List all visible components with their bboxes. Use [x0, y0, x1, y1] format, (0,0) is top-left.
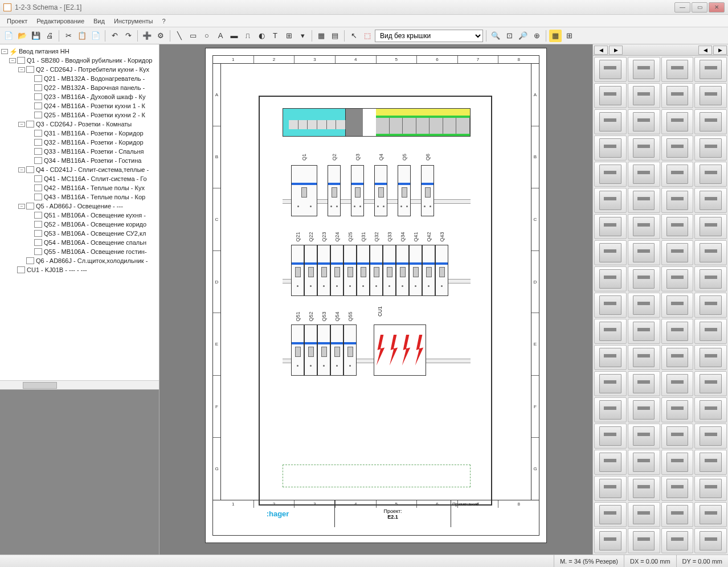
zoom-out-button[interactable]: 🔎 — [517, 30, 529, 42]
text2-button[interactable]: T — [269, 30, 281, 42]
circle-button[interactable]: ○ — [201, 30, 213, 42]
palette-item[interactable] — [661, 502, 694, 527]
maximize-button[interactable]: ▭ — [692, 2, 707, 13]
palette-prev-button[interactable]: ◀ — [594, 46, 608, 55]
palette-item[interactable] — [594, 371, 627, 396]
zoom-fit-button[interactable]: ⊡ — [503, 30, 516, 42]
palette-item[interactable] — [628, 135, 660, 161]
palette-item[interactable] — [694, 214, 727, 239]
palette-item[interactable] — [694, 293, 727, 318]
palette-item[interactable] — [628, 319, 660, 344]
palette-item[interactable] — [661, 528, 694, 553]
palette-item[interactable] — [661, 319, 694, 344]
breaker-module[interactable]: Q4 — [374, 165, 387, 216]
breaker-module[interactable]: Q43 — [435, 245, 448, 296]
menu-help[interactable]: ? — [158, 17, 170, 26]
menu-tools[interactable]: Инструменты — [109, 17, 158, 26]
palette-item[interactable] — [628, 476, 660, 501]
palette-item[interactable] — [661, 397, 694, 422]
tree-item[interactable]: Q33 - MB116A - Розетки - Спальня — [44, 148, 144, 155]
palette-item[interactable] — [694, 371, 727, 396]
breaker-module[interactable]: Q3 — [351, 165, 364, 216]
breaker-module[interactable]: Q21 — [291, 245, 304, 296]
menu-edit[interactable]: Редактирование — [32, 17, 89, 26]
tree-item[interactable]: Q34 - MB116A - Розетки - Гостина — [44, 157, 141, 164]
palette-item[interactable] — [594, 266, 627, 291]
breaker-module[interactable]: Q1 — [291, 165, 317, 216]
tree-item[interactable]: Q5 - AD866J - Освещение - --- — [36, 203, 123, 209]
breaker-module[interactable]: Q33 — [383, 245, 396, 296]
palette-item[interactable] — [594, 293, 627, 318]
copy-button[interactable]: 📋 — [76, 30, 88, 42]
tree-item[interactable]: Q53 - MB106A - Освещение СУ2,кл — [44, 230, 146, 237]
close-button[interactable]: ✕ — [709, 2, 725, 13]
breaker-module[interactable]: Q41 — [409, 245, 422, 296]
breaker-module[interactable]: Q23 — [317, 245, 330, 296]
zoom-in-button[interactable]: 🔍 — [489, 30, 502, 42]
palette-item[interactable] — [594, 528, 627, 553]
breaker-module[interactable]: Q22 — [304, 245, 317, 296]
palette-item[interactable] — [661, 476, 694, 501]
breaker-module[interactable]: Q34 — [396, 245, 409, 296]
palette-item[interactable] — [594, 424, 627, 449]
palette-item[interactable] — [594, 135, 627, 161]
canvas-area[interactable]: 12345678 ABCDEFG ABCDEFG 12345678 — [159, 44, 592, 554]
palette-item[interactable] — [594, 162, 627, 187]
palette-item[interactable] — [694, 266, 727, 291]
project-tree[interactable]: −⚡Ввод питания НН −Q1 - SB280 - Вводной … — [0, 44, 159, 380]
palette-item[interactable] — [628, 83, 660, 108]
palette-item[interactable] — [661, 109, 694, 134]
save-button[interactable]: 💾 — [30, 30, 42, 42]
group-button[interactable]: ⊞ — [283, 30, 295, 42]
busbar[interactable] — [283, 108, 471, 137]
palette-item[interactable] — [594, 476, 627, 501]
breaker-module[interactable]: Q53 — [317, 324, 330, 376]
tool-button[interactable]: ⚙ — [154, 30, 167, 42]
palette-item[interactable] — [661, 135, 694, 161]
palette-item[interactable] — [628, 397, 660, 422]
breaker-module[interactable]: Q6 — [421, 165, 434, 216]
palette-item[interactable] — [628, 371, 660, 396]
rect-button[interactable]: ▭ — [187, 30, 199, 42]
breaker-module[interactable]: Q24 — [330, 245, 343, 296]
palette-item[interactable] — [694, 397, 727, 422]
palette-item[interactable] — [628, 502, 660, 527]
select-button[interactable]: ⬚ — [361, 30, 374, 42]
tree-scrollbar[interactable] — [0, 380, 159, 389]
palette-item[interactable] — [594, 450, 627, 475]
palette-item[interactable] — [694, 109, 727, 134]
tree-root[interactable]: Ввод питания НН — [19, 48, 69, 55]
tree-item[interactable]: Q2 - CD264J - Потребители кухни - Кух — [36, 66, 149, 73]
palette-item[interactable] — [594, 319, 627, 344]
view-mode-select[interactable]: Вид без крышки — [375, 30, 483, 42]
grid-button[interactable]: ▦ — [549, 30, 562, 42]
breaker-module[interactable]: Q54 — [330, 324, 343, 376]
tree-item[interactable]: Q1 - SB280 - Вводной рубильник - Коридор — [27, 57, 152, 64]
palette-item[interactable] — [694, 502, 727, 527]
palette-item[interactable] — [661, 450, 694, 475]
palette-item[interactable] — [694, 476, 727, 501]
palette-item[interactable] — [628, 214, 660, 239]
breaker-module[interactable]: Q42 — [422, 245, 435, 296]
breaker-module[interactable]: Q51 — [291, 324, 304, 376]
view2-button[interactable]: ▤ — [329, 30, 341, 42]
cursor-button[interactable]: ↖ — [347, 30, 360, 42]
palette-item[interactable] — [661, 240, 694, 265]
tree-item[interactable]: Q43 - MB116A - Теплые полы - Кор — [44, 194, 145, 200]
breaker-module[interactable]: Q52 — [304, 324, 317, 376]
tree-item[interactable]: CU1 - KJ01B - --- - --- — [27, 266, 87, 273]
breaker-module[interactable]: Q31 — [357, 245, 370, 296]
palette-item[interactable] — [661, 424, 694, 449]
palette-item[interactable] — [594, 83, 627, 108]
palette-item[interactable] — [694, 424, 727, 449]
tree-item[interactable]: Q6 - AD866J - Сл.щиток,холодильник - — [36, 257, 148, 264]
tree-item[interactable]: Q3 - CD264J - Розетки - Комнаты — [36, 121, 132, 128]
undo-button[interactable]: ↶ — [108, 30, 121, 42]
tree-item[interactable]: Q55 - MB106A - Освещение гостин- — [44, 248, 147, 255]
palette-item[interactable] — [594, 397, 627, 422]
tree-twisty[interactable]: − — [9, 58, 16, 63]
menu-view[interactable]: Вид — [89, 17, 109, 26]
tree-twisty[interactable]: − — [1, 49, 8, 54]
minimize-button[interactable]: — — [674, 2, 690, 13]
palette-item[interactable] — [661, 162, 694, 187]
